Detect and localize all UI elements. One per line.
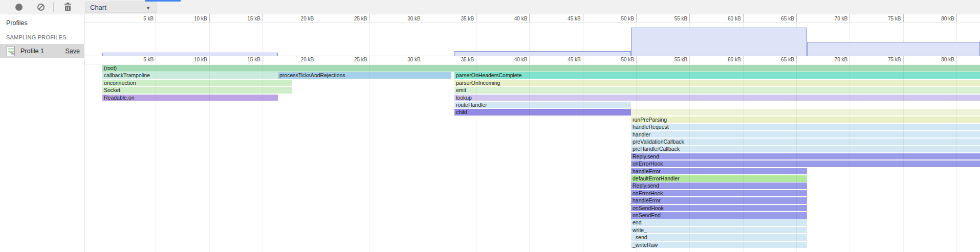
profile-name: Profile 1 bbox=[20, 48, 44, 55]
flame-chart-pane: 5 kB10 kB15 kB20 kB25 kB30 kB35 kB40 kB4… bbox=[84, 14, 980, 252]
flame-bar[interactable]: onErrorHook bbox=[631, 190, 807, 197]
flame-axis-tick-label: 30 kB bbox=[385, 57, 421, 63]
flame-bar[interactable]: parserOnIncoming bbox=[454, 80, 980, 86]
flame-bar[interactable]: _send bbox=[631, 234, 807, 241]
heap-profile-icon: % bbox=[7, 46, 15, 56]
flame-tick bbox=[209, 56, 210, 64]
view-mode-value: Chart bbox=[90, 4, 106, 11]
flame-bar[interactable]: write_ bbox=[631, 227, 807, 234]
flame-bar[interactable]: onSendHook bbox=[631, 205, 807, 212]
flame-bar[interactable]: routeHandler bbox=[454, 102, 631, 108]
overview-ruler-underline bbox=[84, 22, 980, 23]
flame-bar[interactable]: onErrorHook bbox=[631, 161, 980, 167]
overview-axis-tick-label: 70 kB bbox=[812, 16, 847, 22]
flame-tick bbox=[529, 56, 530, 64]
flame-bar[interactable]: Socket bbox=[102, 87, 292, 94]
flame-axis-tick-label: 25 kB bbox=[332, 57, 367, 63]
flame-axis-tick-label: 35 kB bbox=[438, 57, 474, 63]
flame-gridline bbox=[263, 56, 263, 252]
overview-step bbox=[807, 42, 980, 56]
flame-bar[interactable]: Readable.on bbox=[102, 95, 278, 101]
flame-axis-tick-label: 5 kB bbox=[118, 57, 154, 63]
profile-list-item[interactable]: % Profile 1 Save bbox=[0, 44, 84, 58]
flame-gridline bbox=[636, 56, 637, 252]
flame-bar[interactable]: handler bbox=[631, 131, 980, 138]
flame-gridline bbox=[423, 56, 423, 252]
flame-bar[interactable]: handleError bbox=[631, 197, 807, 204]
flame-gridline bbox=[369, 56, 370, 252]
flame-bar[interactable]: lookup bbox=[454, 95, 980, 101]
overview-tick bbox=[263, 14, 263, 22]
flame-tick bbox=[583, 56, 583, 64]
flame-ruler-underline bbox=[84, 64, 980, 64]
flame-bar[interactable]: handleError bbox=[631, 168, 807, 175]
overview-axis-tick-label: 30 kB bbox=[385, 16, 421, 22]
flame-axis-tick-label: 10 kB bbox=[171, 57, 207, 63]
flame-bar[interactable]: parserOnHeadersComplete bbox=[454, 72, 980, 79]
flame-bar[interactable]: end bbox=[631, 219, 807, 226]
flame-bar[interactable]: onconnection bbox=[102, 80, 292, 86]
sampling-profiles-section-label: SAMPLING PROFILES bbox=[6, 34, 67, 40]
flame-tick bbox=[903, 56, 904, 64]
flame-bar[interactable]: child bbox=[454, 109, 631, 116]
flame-tick bbox=[156, 56, 156, 64]
overview-tick bbox=[636, 14, 637, 22]
overview-tick bbox=[583, 14, 583, 22]
overview-axis-tick-label: 10 kB bbox=[171, 16, 207, 22]
flame-axis-tick-label: 65 kB bbox=[758, 57, 794, 63]
flame-tick bbox=[476, 56, 476, 64]
overview-tick bbox=[796, 14, 797, 22]
chevron-down-icon: ▼ bbox=[146, 6, 150, 11]
overview-axis-tick-label: 5 kB bbox=[118, 16, 154, 22]
overview-axis-tick-label: 75 kB bbox=[865, 16, 901, 22]
flame-bar[interactable]: onSendEnd bbox=[631, 212, 807, 219]
flame-tick bbox=[636, 56, 637, 64]
flame-gridline bbox=[689, 56, 690, 252]
overview-axis-tick-label: 55 kB bbox=[651, 16, 687, 22]
trash-icon[interactable] bbox=[64, 3, 71, 11]
flame-bar[interactable]: _writeRaw bbox=[631, 242, 807, 248]
record-icon[interactable] bbox=[15, 4, 23, 11]
flame-axis-tick-label: 45 kB bbox=[545, 57, 581, 63]
flame-axis-tick-label: 20 kB bbox=[278, 57, 314, 63]
flame-bar[interactable]: processTicksAndRejections bbox=[278, 72, 451, 79]
flame-bar[interactable]: handleRequest bbox=[631, 124, 980, 130]
flame-gridline bbox=[583, 56, 583, 252]
overview-axis-tick-label: 65 kB bbox=[758, 16, 794, 22]
overview-axis-tick-label: 25 kB bbox=[332, 16, 367, 22]
overview-bottom-border bbox=[84, 56, 980, 56]
overview-axis-tick-label: 35 kB bbox=[438, 16, 474, 22]
flame-bar-unlabeled[interactable] bbox=[631, 109, 980, 116]
save-profile-link[interactable]: Save bbox=[66, 48, 80, 55]
flame-gridline bbox=[743, 56, 744, 252]
overview-tick bbox=[850, 14, 850, 22]
flame-gridline bbox=[850, 56, 850, 252]
flame-gridline bbox=[316, 56, 316, 252]
overview-tick bbox=[476, 14, 476, 22]
flame-tick bbox=[316, 56, 316, 64]
flame-bar[interactable]: defaultErrorHandler bbox=[631, 175, 807, 182]
flame-axis-tick-label: 60 kB bbox=[705, 57, 741, 63]
flame-tick bbox=[423, 56, 423, 64]
overview-tick bbox=[689, 14, 690, 22]
flame-gridline bbox=[903, 56, 904, 252]
flame-bar[interactable]: Reply.send bbox=[631, 182, 807, 189]
clear-all-icon[interactable] bbox=[37, 4, 45, 11]
overview-tick bbox=[369, 14, 370, 22]
flame-bar[interactable]: preValidationCallback bbox=[631, 139, 980, 145]
flame-bar[interactable]: callbackTrampoline bbox=[102, 72, 278, 79]
flame-bar[interactable]: emit bbox=[454, 87, 980, 94]
flame-bar[interactable]: (root) bbox=[102, 65, 980, 72]
flame-bar[interactable]: preHandlerCallback bbox=[631, 146, 980, 152]
view-mode-select[interactable]: Chart ▼ bbox=[85, 2, 157, 13]
flame-axis-tick-label: 70 kB bbox=[812, 57, 847, 63]
toolbar-separator bbox=[53, 2, 54, 12]
flame-axis-tick-label: 55 kB bbox=[651, 57, 687, 63]
flame-tick bbox=[369, 56, 370, 64]
flame-gridline bbox=[796, 56, 797, 252]
flame-axis-tick-label: 80 kB bbox=[919, 57, 954, 63]
flame-bar[interactable]: runPreParsing bbox=[631, 117, 980, 123]
flame-bar[interactable]: Reply.send bbox=[631, 153, 980, 160]
flame-axis-tick-label: 15 kB bbox=[225, 57, 260, 63]
flame-gridline bbox=[156, 56, 156, 252]
